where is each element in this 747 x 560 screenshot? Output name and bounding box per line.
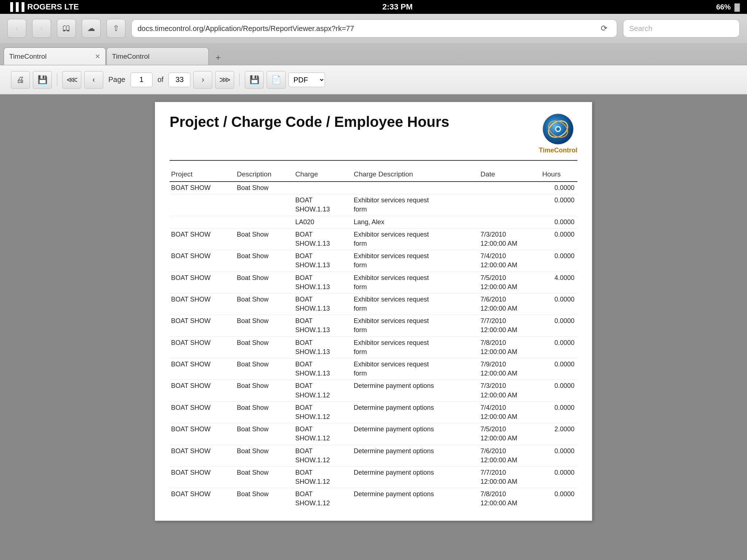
tab-timecontrol-1[interactable]: TimeControl ✕ [4, 47, 106, 65]
table-row: BOAT SHOWBoat ShowBOAT SHOW.1.12Determin… [170, 423, 577, 445]
timecontrol-logo-icon [542, 113, 574, 145]
toolbar-sep-1 [57, 73, 57, 86]
bookmarks-button[interactable]: 🕮 [57, 19, 76, 38]
search-bar[interactable]: Search [623, 19, 740, 38]
carrier-text: ROGERS LTE [27, 2, 79, 12]
tab-bar: TimeControl ✕ TimeControl + [0, 43, 747, 65]
table-row: BOAT SHOWBoat ShowBOAT SHOW.1.13Exhibito… [170, 250, 577, 272]
report-header: Project / Charge Code / Employee Hours [170, 113, 577, 161]
save-as-button[interactable]: 📄 [267, 71, 286, 89]
url-input[interactable] [138, 24, 597, 33]
current-page-input[interactable] [131, 73, 152, 87]
reload-button[interactable]: ⟳ [597, 21, 611, 36]
tab-close-1[interactable]: ✕ [95, 52, 100, 61]
report-logo: TimeControl [539, 113, 577, 154]
of-label: of [158, 75, 164, 84]
search-placeholder: Search [629, 24, 652, 33]
svg-point-4 [556, 127, 560, 131]
col-header-charge: Charge [294, 168, 352, 182]
table-row: BOAT SHOWBoat ShowBOAT SHOW.1.12Determin… [170, 445, 577, 466]
tab-label-2: TimeControl [112, 52, 150, 61]
col-header-project: Project [170, 168, 235, 182]
back-button[interactable]: ‹ [7, 19, 26, 38]
report-page: Project / Charge Code / Employee Hours [155, 102, 592, 521]
carrier-signal: ▐▐▐ ROGERS LTE [7, 2, 79, 12]
col-header-charge-description: Charge Description [352, 168, 479, 182]
prev-page-button[interactable]: ‹ [84, 71, 103, 89]
address-bar[interactable]: ⟳ [131, 19, 617, 38]
table-row: LA020Lang, Alex0.0000 [170, 216, 577, 228]
new-tab-button[interactable]: + [211, 50, 225, 65]
col-header-hours: Hours [541, 168, 577, 182]
table-row: BOAT SHOWBoat ShowBOAT SHOW.1.12Determin… [170, 380, 577, 401]
logo-label: TimeControl [539, 147, 577, 154]
report-title: Project / Charge Code / Employee Hours [170, 113, 449, 131]
table-row: BOAT SHOWBoat ShowBOAT SHOW.1.13Exhibito… [170, 358, 577, 380]
nav-bar: ‹ › 🕮 ☁ ⇧ ⟳ Search [0, 14, 747, 43]
browser-chrome: ‹ › 🕮 ☁ ⇧ ⟳ Search TimeControl ✕ TimeCon… [0, 14, 747, 65]
table-row: BOAT SHOWBoat ShowBOAT SHOW.1.13Exhibito… [170, 337, 577, 358]
status-bar: ▐▐▐ ROGERS LTE 2:33 PM 66% ▓ [0, 0, 747, 14]
table-row: BOAT SHOWBoat ShowBOAT SHOW.1.13Exhibito… [170, 272, 577, 293]
print-button[interactable]: 🖨 [11, 71, 30, 89]
forward-button[interactable]: › [32, 19, 51, 38]
table-row: BOAT SHOWBoat ShowBOAT SHOW.1.13Exhibito… [170, 293, 577, 315]
col-header-description: Description [235, 168, 294, 182]
next-page-button[interactable]: › [193, 71, 212, 89]
save-button[interactable]: 💾 [245, 71, 264, 89]
battery-text: 66% [716, 3, 731, 11]
table-row: BOAT SHOWBoat Show0.0000 [170, 182, 577, 194]
total-pages: 33 [169, 73, 190, 87]
format-select[interactable]: PDF Excel Word CSV [289, 73, 325, 87]
cloud-button[interactable]: ☁ [82, 19, 101, 38]
table-row: BOAT SHOWBoat ShowBOAT SHOW.1.12Determin… [170, 466, 577, 488]
battery-icon: ▓ [734, 3, 740, 11]
table-row: BOAT SHOWBoat ShowBOAT SHOW.1.12Determin… [170, 401, 577, 423]
toolbar-sep-2 [239, 73, 240, 86]
export-button[interactable]: 💾 [33, 71, 52, 89]
report-container: Project / Charge Code / Employee Hours [0, 94, 747, 560]
table-row: BOAT SHOW.1.13Exhibitor services request… [170, 194, 577, 216]
table-row: BOAT SHOWBoat ShowBOAT SHOW.1.12Determin… [170, 488, 577, 510]
table-row: BOAT SHOWBoat ShowBOAT SHOW.1.13Exhibito… [170, 315, 577, 337]
share-button[interactable]: ⇧ [107, 19, 125, 38]
table-row: BOAT SHOWBoat ShowBOAT SHOW.1.13Exhibito… [170, 228, 577, 250]
tab-timecontrol-2[interactable]: TimeControl [107, 47, 209, 65]
page-label: Page [108, 75, 125, 84]
col-header-date: Date [479, 168, 541, 182]
last-page-button[interactable]: ⋙ [215, 71, 234, 89]
report-toolbar: 🖨 💾 ⋘ ‹ Page of 33 › ⋙ 💾 📄 PDF Excel Wor… [0, 65, 747, 94]
first-page-button[interactable]: ⋘ [62, 71, 81, 89]
tab-label-1: TimeControl [9, 52, 47, 61]
report-table: Project Description Charge Charge Descri… [170, 168, 577, 510]
time-display: 2:33 PM [382, 2, 413, 12]
table-header-row: Project Description Charge Charge Descri… [170, 168, 577, 182]
signal-icon: ▐▐▐ [7, 2, 24, 12]
battery-area: 66% ▓ [716, 3, 740, 11]
